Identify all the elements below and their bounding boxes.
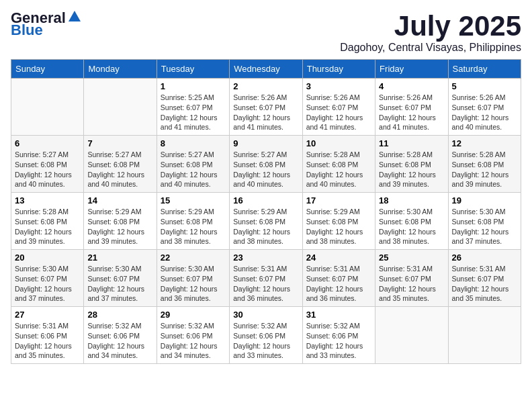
calendar-cell: 8Sunrise: 5:27 AMSunset: 6:08 PMDaylight… — [157, 136, 229, 193]
day-detail: Sunrise: 5:26 AMSunset: 6:07 PMDaylight:… — [452, 93, 517, 132]
day-detail: Sunrise: 5:25 AMSunset: 6:07 PMDaylight:… — [161, 93, 226, 132]
weekday-header-tuesday: Tuesday — [157, 60, 229, 79]
calendar-cell: 11Sunrise: 5:28 AMSunset: 6:08 PMDayligh… — [375, 136, 448, 193]
day-number: 4 — [379, 81, 444, 91]
svg-marker-0 — [69, 11, 81, 21]
calendar-cell: 7Sunrise: 5:27 AMSunset: 6:08 PMDaylight… — [84, 136, 157, 193]
week-row-1: 1Sunrise: 5:25 AMSunset: 6:07 PMDaylight… — [11, 79, 521, 136]
day-number: 11 — [379, 138, 444, 148]
day-number: 13 — [15, 195, 80, 205]
day-number: 17 — [306, 195, 371, 205]
day-detail: Sunrise: 5:30 AMSunset: 6:08 PMDaylight:… — [379, 207, 444, 246]
calendar-cell: 30Sunrise: 5:32 AMSunset: 6:06 PMDayligh… — [230, 307, 302, 364]
weekday-header-wednesday: Wednesday — [230, 60, 302, 79]
day-detail: Sunrise: 5:30 AMSunset: 6:07 PMDaylight:… — [161, 264, 226, 304]
calendar-cell: 12Sunrise: 5:28 AMSunset: 6:08 PMDayligh… — [448, 136, 521, 193]
day-detail: Sunrise: 5:32 AMSunset: 6:06 PMDaylight:… — [161, 321, 226, 361]
location-title: Dagohoy, Central Visayas, Philippines — [340, 42, 521, 54]
day-number: 16 — [233, 195, 298, 205]
day-number: 31 — [306, 310, 371, 320]
day-number: 6 — [15, 138, 80, 148]
day-detail: Sunrise: 5:29 AMSunset: 6:08 PMDaylight:… — [233, 207, 298, 246]
calendar-cell: 3Sunrise: 5:26 AMSunset: 6:07 PMDaylight… — [302, 79, 375, 136]
calendar-cell: 24Sunrise: 5:31 AMSunset: 6:07 PMDayligh… — [302, 250, 375, 307]
calendar-cell: 10Sunrise: 5:28 AMSunset: 6:08 PMDayligh… — [302, 136, 375, 193]
calendar-cell: 22Sunrise: 5:30 AMSunset: 6:07 PMDayligh… — [157, 250, 229, 307]
calendar-cell: 6Sunrise: 5:27 AMSunset: 6:08 PMDaylight… — [11, 136, 84, 193]
day-number: 29 — [161, 310, 226, 320]
day-detail: Sunrise: 5:28 AMSunset: 6:08 PMDaylight:… — [15, 207, 80, 246]
week-row-5: 27Sunrise: 5:31 AMSunset: 6:06 PMDayligh… — [11, 307, 521, 364]
day-detail: Sunrise: 5:29 AMSunset: 6:08 PMDaylight:… — [306, 207, 371, 246]
calendar-cell: 20Sunrise: 5:30 AMSunset: 6:07 PMDayligh… — [11, 250, 84, 307]
day-number: 1 — [161, 81, 226, 91]
weekday-header-sunday: Sunday — [11, 60, 84, 79]
day-detail: Sunrise: 5:27 AMSunset: 6:08 PMDaylight:… — [161, 150, 226, 189]
day-number: 2 — [233, 81, 298, 91]
day-detail: Sunrise: 5:26 AMSunset: 6:07 PMDaylight:… — [306, 93, 371, 132]
day-number: 19 — [452, 195, 517, 205]
calendar-cell: 1Sunrise: 5:25 AMSunset: 6:07 PMDaylight… — [157, 79, 229, 136]
day-detail: Sunrise: 5:32 AMSunset: 6:06 PMDaylight:… — [87, 321, 152, 361]
day-detail: Sunrise: 5:26 AMSunset: 6:07 PMDaylight:… — [233, 93, 298, 132]
day-detail: Sunrise: 5:29 AMSunset: 6:08 PMDaylight:… — [161, 207, 226, 246]
day-detail: Sunrise: 5:31 AMSunset: 6:07 PMDaylight:… — [233, 264, 298, 304]
day-number: 22 — [161, 253, 226, 263]
logo: General Blue — [11, 11, 82, 38]
week-row-2: 6Sunrise: 5:27 AMSunset: 6:08 PMDaylight… — [11, 136, 521, 193]
calendar-cell: 14Sunrise: 5:29 AMSunset: 6:08 PMDayligh… — [84, 193, 157, 250]
day-detail: Sunrise: 5:31 AMSunset: 6:07 PMDaylight:… — [306, 264, 371, 304]
calendar-cell — [375, 307, 448, 364]
day-detail: Sunrise: 5:30 AMSunset: 6:07 PMDaylight:… — [87, 264, 152, 304]
day-detail: Sunrise: 5:32 AMSunset: 6:06 PMDaylight:… — [233, 321, 298, 361]
calendar-cell — [11, 79, 84, 136]
calendar-cell: 15Sunrise: 5:29 AMSunset: 6:08 PMDayligh… — [157, 193, 229, 250]
weekday-header-monday: Monday — [84, 60, 157, 79]
calendar-cell: 31Sunrise: 5:32 AMSunset: 6:06 PMDayligh… — [302, 307, 375, 364]
calendar-cell: 16Sunrise: 5:29 AMSunset: 6:08 PMDayligh… — [230, 193, 302, 250]
day-detail: Sunrise: 5:28 AMSunset: 6:08 PMDaylight:… — [452, 150, 517, 189]
calendar-cell: 28Sunrise: 5:32 AMSunset: 6:06 PMDayligh… — [84, 307, 157, 364]
day-detail: Sunrise: 5:30 AMSunset: 6:08 PMDaylight:… — [452, 207, 517, 246]
day-detail: Sunrise: 5:28 AMSunset: 6:08 PMDaylight:… — [379, 150, 444, 189]
calendar-cell: 29Sunrise: 5:32 AMSunset: 6:06 PMDayligh… — [157, 307, 229, 364]
week-row-4: 20Sunrise: 5:30 AMSunset: 6:07 PMDayligh… — [11, 250, 521, 307]
calendar-cell — [448, 307, 521, 364]
day-detail: Sunrise: 5:31 AMSunset: 6:07 PMDaylight:… — [379, 264, 444, 304]
page-header: General Blue July 2025 Dagohoy, Central … — [11, 11, 521, 54]
day-detail: Sunrise: 5:30 AMSunset: 6:07 PMDaylight:… — [15, 264, 80, 304]
calendar-cell: 25Sunrise: 5:31 AMSunset: 6:07 PMDayligh… — [375, 250, 448, 307]
day-number: 30 — [233, 310, 298, 320]
day-number: 14 — [87, 195, 152, 205]
calendar-cell — [84, 79, 157, 136]
calendar-cell: 5Sunrise: 5:26 AMSunset: 6:07 PMDaylight… — [448, 79, 521, 136]
calendar-table: SundayMondayTuesdayWednesdayThursdayFrid… — [11, 59, 521, 364]
day-number: 21 — [87, 253, 152, 263]
weekday-header-saturday: Saturday — [448, 60, 521, 79]
calendar-cell: 2Sunrise: 5:26 AMSunset: 6:07 PMDaylight… — [230, 79, 302, 136]
day-number: 23 — [233, 253, 298, 263]
logo-icon — [67, 9, 82, 24]
weekday-header-friday: Friday — [375, 60, 448, 79]
day-number: 9 — [233, 138, 298, 148]
calendar-cell: 4Sunrise: 5:26 AMSunset: 6:07 PMDaylight… — [375, 79, 448, 136]
day-number: 26 — [452, 253, 517, 263]
day-number: 15 — [161, 195, 226, 205]
day-detail: Sunrise: 5:31 AMSunset: 6:06 PMDaylight:… — [15, 321, 80, 361]
calendar-cell: 21Sunrise: 5:30 AMSunset: 6:07 PMDayligh… — [84, 250, 157, 307]
day-detail: Sunrise: 5:28 AMSunset: 6:08 PMDaylight:… — [306, 150, 371, 189]
calendar-cell: 23Sunrise: 5:31 AMSunset: 6:07 PMDayligh… — [230, 250, 302, 307]
day-number: 28 — [87, 310, 152, 320]
calendar-cell: 9Sunrise: 5:27 AMSunset: 6:08 PMDaylight… — [230, 136, 302, 193]
day-detail: Sunrise: 5:32 AMSunset: 6:06 PMDaylight:… — [306, 321, 371, 361]
day-number: 24 — [306, 253, 371, 263]
week-row-3: 13Sunrise: 5:28 AMSunset: 6:08 PMDayligh… — [11, 193, 521, 250]
calendar-cell: 27Sunrise: 5:31 AMSunset: 6:06 PMDayligh… — [11, 307, 84, 364]
day-detail: Sunrise: 5:27 AMSunset: 6:08 PMDaylight:… — [87, 150, 152, 189]
weekday-header-thursday: Thursday — [302, 60, 375, 79]
calendar-cell: 18Sunrise: 5:30 AMSunset: 6:08 PMDayligh… — [375, 193, 448, 250]
calendar-header-row: SundayMondayTuesdayWednesdayThursdayFrid… — [11, 60, 521, 79]
day-number: 10 — [306, 138, 371, 148]
day-number: 25 — [379, 253, 444, 263]
day-detail: Sunrise: 5:29 AMSunset: 6:08 PMDaylight:… — [87, 207, 152, 246]
